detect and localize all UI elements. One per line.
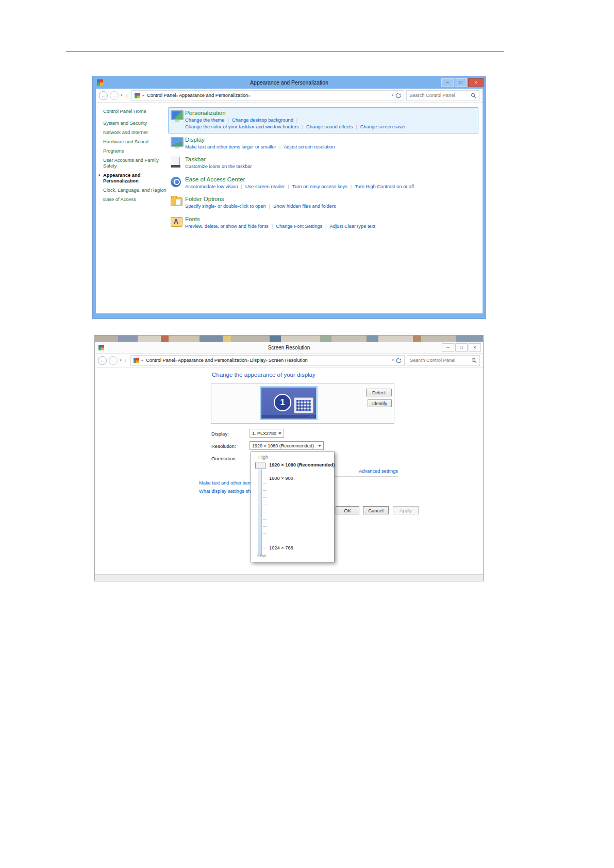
- task-row: Accommodate low vision|Use screen reader…: [185, 183, 475, 190]
- display-select[interactable]: 1. PLX2780H: [250, 429, 284, 438]
- close-button[interactable]: ×: [468, 78, 484, 87]
- resolution-label: Resolution:: [211, 443, 236, 449]
- resolution-popup: High 1920 × 1080 (Recommended) 1600 × 90…: [251, 452, 335, 562]
- folder-options-icon: [171, 197, 182, 206]
- monitor-preview-box: 1 ··· Detect Identify: [211, 383, 394, 424]
- task-link[interactable]: Preview, delete, or show and hide fonts: [185, 224, 269, 229]
- address-bar[interactable]: ▸ Control Panel▸Appearance and Personali…: [130, 355, 405, 366]
- category-title-link[interactable]: Folder Options: [185, 196, 475, 202]
- search-input[interactable]: Search Control Panel: [407, 355, 480, 366]
- breadcrumb-sep-icon: ▸: [143, 93, 145, 97]
- task-link[interactable]: Change Font Settings: [276, 224, 322, 229]
- close-button[interactable]: ×: [469, 343, 481, 352]
- maximize-button[interactable]: □: [455, 343, 468, 352]
- sidebar-item[interactable]: Ease of Access: [103, 197, 168, 203]
- refresh-icon[interactable]: [395, 93, 401, 98]
- resolution-slider-track[interactable]: [258, 465, 262, 556]
- search-input[interactable]: Search Control Panel: [406, 90, 479, 101]
- category-title-link[interactable]: Ease of Access Center: [185, 176, 475, 182]
- separator: ▸: [176, 94, 178, 97]
- task-link[interactable]: Change desktop background: [232, 118, 293, 123]
- orientation-label: Orientation:: [211, 456, 237, 461]
- history-caret-icon[interactable]: ▾: [120, 358, 122, 362]
- window1-body: Control Panel Home System and SecurityNe…: [96, 103, 483, 313]
- breadcrumb-item[interactable]: Screen Resolution: [269, 358, 308, 363]
- resolution-option[interactable]: 1024 × 768: [269, 545, 293, 550]
- sidebar-item[interactable]: Clock, Language, and Region: [103, 188, 168, 193]
- task-link[interactable]: Adjust ClearType text: [330, 224, 375, 229]
- cancel-button[interactable]: Cancel: [363, 506, 389, 514]
- appearance-personalization-window: Appearance and Personalization – □ × ← →…: [93, 76, 486, 319]
- forward-button[interactable]: →: [109, 356, 118, 365]
- chevron-down-icon: [318, 445, 321, 447]
- task-link[interactable]: Customize icons on the taskbar: [185, 164, 252, 169]
- breadcrumb-item[interactable]: Appearance and Personalization: [179, 93, 248, 98]
- task-link[interactable]: Change sound effects: [306, 124, 353, 129]
- task-link[interactable]: Make text and other items larger or smal…: [185, 144, 276, 149]
- sidebar-item[interactable]: User Accounts and Family Safety: [103, 158, 168, 169]
- breadcrumb-sep-icon: ▸: [142, 358, 144, 362]
- identify-button[interactable]: Identify: [368, 399, 392, 407]
- resolution-slider-thumb[interactable]: [255, 462, 265, 469]
- task-link[interactable]: Accommodate low vision: [185, 184, 238, 189]
- back-button[interactable]: ←: [98, 356, 107, 365]
- address-bar[interactable]: ▸ Control Panel▸Appearance and Personali…: [131, 90, 404, 101]
- breadcrumb-item[interactable]: Control Panel: [146, 358, 175, 363]
- minimize-button[interactable]: –: [442, 343, 454, 352]
- apply-button-disabled: Apply: [393, 506, 419, 514]
- minimize-button[interactable]: –: [441, 78, 454, 87]
- address-dropdown-icon[interactable]: ▾: [392, 358, 394, 362]
- address-dropdown-icon[interactable]: ▾: [391, 93, 393, 97]
- breadcrumb-item[interactable]: Display: [250, 358, 265, 363]
- sidebar-item[interactable]: System and Security: [103, 121, 168, 126]
- search-placeholder: Search Control Panel: [409, 93, 469, 98]
- chevron-down-icon: [278, 432, 281, 435]
- category-title-link[interactable]: Personalization: [185, 110, 475, 116]
- monitor-1-preview[interactable]: 1 ···: [260, 386, 318, 420]
- sidebar-item[interactable]: Network and Internet: [103, 130, 168, 136]
- breadcrumb-item[interactable]: Appearance and Personalization: [178, 358, 247, 363]
- detect-button[interactable]: Detect: [366, 389, 392, 396]
- window2-controls: – □ ×: [442, 343, 481, 352]
- up-button[interactable]: ↑: [126, 93, 128, 98]
- task-link[interactable]: Adjust screen resolution: [284, 144, 335, 149]
- sidebar-item[interactable]: Programs: [103, 148, 168, 154]
- up-button[interactable]: ↑: [125, 358, 127, 363]
- task-link[interactable]: Specify single- or double-click to open: [185, 204, 266, 209]
- fonts-icon: [171, 217, 182, 227]
- task-link[interactable]: Show hidden files and folders: [273, 204, 336, 209]
- category-title-link[interactable]: Display: [185, 137, 475, 143]
- refresh-icon[interactable]: [396, 358, 402, 363]
- back-button[interactable]: ←: [99, 91, 108, 100]
- control-panel-sidebar: Control Panel Home System and SecurityNe…: [103, 109, 168, 206]
- history-caret-icon[interactable]: ▾: [121, 93, 123, 97]
- breadcrumb-item[interactable]: Control Panel: [147, 93, 176, 98]
- search-placeholder: Search Control Panel: [410, 358, 469, 363]
- resolution-option-selected[interactable]: 1920 × 1080 (Recommended): [269, 462, 335, 468]
- category-title-link[interactable]: Taskbar: [185, 156, 475, 162]
- section-ease-of-access: Ease of Access Center Accommodate low vi…: [168, 174, 478, 193]
- resolution-select[interactable]: 1920 × 1080 (Recommended): [250, 441, 324, 450]
- category-title-link[interactable]: Fonts: [185, 216, 475, 222]
- ok-button[interactable]: OK: [336, 506, 359, 514]
- window2-titlebar: Screen Resolution – □ ×: [95, 342, 483, 354]
- search-icon[interactable]: [471, 358, 477, 363]
- task-link[interactable]: Change screen saver: [360, 124, 406, 129]
- advanced-settings-link[interactable]: Advanced settings: [353, 469, 398, 474]
- display-icon: [171, 137, 184, 147]
- maximize-button[interactable]: □: [455, 78, 467, 87]
- popup-high-label: High: [258, 455, 268, 460]
- search-icon[interactable]: [471, 93, 476, 98]
- sidebar-item[interactable]: Hardware and Sound: [103, 139, 168, 145]
- resolution-option[interactable]: 1600 × 900: [269, 476, 293, 481]
- task-link[interactable]: Turn High Contrast on or off: [355, 184, 414, 189]
- task-link[interactable]: Turn on easy access keys: [292, 184, 347, 189]
- task-link[interactable]: Change the color of your taskbar and win…: [185, 124, 299, 129]
- section-fonts: Fonts Preview, delete, or show and hide …: [168, 213, 478, 232]
- separator: |: [288, 184, 289, 189]
- sidebar-home-link[interactable]: Control Panel Home: [103, 109, 168, 114]
- task-link[interactable]: Use screen reader: [245, 184, 285, 189]
- task-link[interactable]: Change the theme: [185, 118, 225, 123]
- sidebar-item[interactable]: Appearance and Personalization: [103, 173, 168, 184]
- forward-button[interactable]: →: [110, 91, 119, 100]
